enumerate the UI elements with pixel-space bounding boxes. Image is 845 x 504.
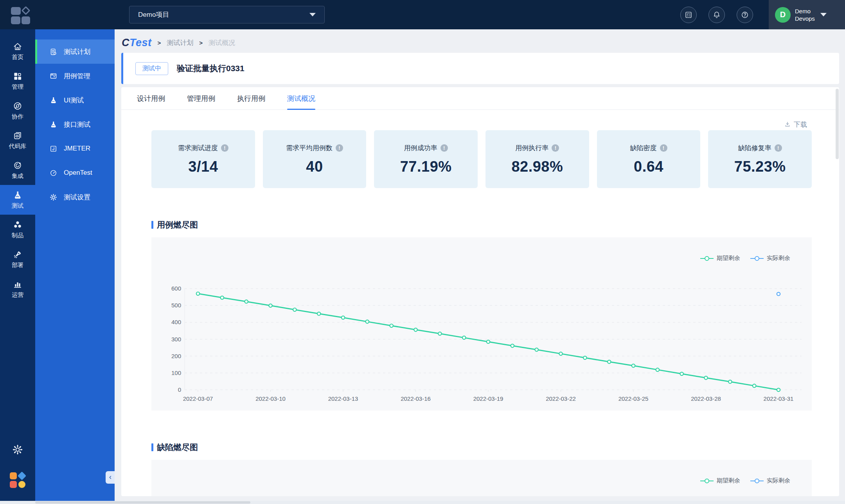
settings-button[interactable]: [0, 444, 35, 456]
status-badge: 测试中: [135, 62, 168, 75]
notifications-button[interactable]: [708, 7, 725, 23]
user-menu[interactable]: D Demo Devops: [769, 0, 845, 29]
rail-item-label: 部署: [12, 262, 23, 269]
sidebar-item-api-test[interactable]: 接口测试: [35, 112, 115, 136]
sidebar-item-opentest[interactable]: OpenTest: [35, 161, 115, 185]
gauge-icon: [49, 169, 58, 177]
legend-label: 实际剩余: [767, 255, 790, 262]
rail-item-label: 管理: [12, 83, 23, 91]
legend-marker: [750, 479, 764, 483]
deploy-icon: [13, 249, 23, 260]
section-case-burndown: 用例燃尽图 01002003004005006002022-03-072022-…: [121, 219, 839, 411]
project-select-value: Demo项目: [138, 10, 169, 19]
user-name: Demo: [795, 7, 815, 15]
help-button[interactable]: [737, 7, 753, 23]
stat-label: 需求平均用例数 !: [286, 143, 343, 152]
legend-item[interactable]: 实际剩余: [750, 477, 790, 484]
gear-icon: [12, 444, 23, 456]
secondary-sidebar: 测试计划 用例管理 UI测试 接口测试 JMETER OpenTest 测试设置: [35, 29, 115, 504]
tab-test-overview[interactable]: 测试概况: [287, 87, 315, 109]
logo-shape: [10, 481, 17, 488]
download-button[interactable]: 下载: [784, 118, 807, 130]
rail-item-integration[interactable]: 集成: [0, 155, 35, 185]
section-defect-burndown: 缺陷燃尽图 期望剩余 实际剩余: [121, 442, 839, 496]
rail-item-label: 测试: [12, 202, 23, 210]
sidebar-collapse-button[interactable]: [106, 471, 115, 484]
stat-value: 75.23%: [734, 158, 786, 175]
svg-text:600: 600: [171, 285, 181, 292]
project-select[interactable]: Demo项目: [129, 6, 325, 23]
info-icon[interactable]: !: [336, 144, 343, 152]
user-meta: Demo Devops: [795, 7, 815, 22]
svg-text:0: 0: [178, 386, 181, 393]
rail-item-label: 首页: [12, 54, 23, 61]
rail-item-test[interactable]: 测试: [0, 185, 35, 215]
sidebar-item-case-management[interactable]: 用例管理: [35, 64, 115, 88]
rail-item-repo[interactable]: 代码库: [0, 126, 35, 155]
sidebar-item-ui-test[interactable]: UI测试: [35, 88, 115, 112]
info-icon[interactable]: !: [660, 144, 667, 152]
plan-title-card: 测试中 验证批量执行0331: [121, 53, 839, 84]
accent-bar: [151, 443, 153, 451]
tab-design-cases[interactable]: 设计用例: [137, 87, 165, 109]
avatar: D: [775, 7, 791, 23]
legend-label: 期望剩余: [717, 255, 740, 262]
ctest-logo[interactable]: CTest: [122, 37, 152, 49]
vertical-scrollbar-thumb[interactable]: [836, 89, 839, 159]
rail-item-ops[interactable]: 运营: [0, 274, 35, 304]
section-title-text: 缺陷燃尽图: [157, 442, 198, 453]
info-icon[interactable]: !: [221, 144, 228, 152]
sidebar-item-jmeter[interactable]: JMETER: [35, 136, 115, 161]
breadcrumb-item-test-plan[interactable]: 测试计划: [167, 38, 193, 47]
toolbar-row: 下载: [121, 110, 839, 130]
legend-marker: [700, 479, 714, 483]
collab-icon: [13, 101, 23, 111]
sidebar-item-test-settings[interactable]: 测试设置: [35, 185, 115, 209]
info-icon[interactable]: !: [775, 144, 782, 152]
apps-logo-icon[interactable]: [10, 472, 25, 488]
legend-item[interactable]: 期望剩余: [700, 477, 740, 484]
stat-label: 需求测试进度 !: [178, 143, 228, 152]
rail-item-home[interactable]: 首页: [0, 36, 35, 66]
topbar: Demo项目 D Demo Devops: [0, 0, 845, 29]
tab-manage-cases[interactable]: 管理用例: [187, 87, 215, 109]
app-body: 首页 管理 协作 代码库 集成 测试 制品 部署 运营: [0, 29, 845, 504]
logo-square: [11, 16, 20, 24]
ops-icon: [13, 279, 23, 289]
burndown-line-chart: 01002003004005006002022-03-072022-03-102…: [151, 237, 813, 411]
repo-icon: [13, 131, 23, 141]
svg-text:300: 300: [171, 336, 181, 343]
caret-down-icon: [820, 13, 827, 16]
horizontal-scrollbar-thumb[interactable]: [35, 501, 250, 504]
rail-item-artifact[interactable]: 制品: [0, 215, 35, 244]
info-icon[interactable]: !: [440, 144, 448, 152]
stat-card: 用例成功率 ! 77.19%: [374, 130, 478, 188]
flask-icon: [49, 120, 58, 129]
user-org: Devops: [795, 15, 815, 22]
rail-item-manage[interactable]: 管理: [0, 66, 35, 96]
ci-icon: [13, 160, 23, 170]
section-title: 缺陷燃尽图: [151, 442, 812, 453]
breadcrumb-separator: >: [158, 39, 161, 46]
legend-item[interactable]: 期望剩余: [700, 255, 740, 262]
board-button[interactable]: [680, 7, 697, 23]
info-icon[interactable]: !: [552, 144, 559, 152]
legend-item[interactable]: 实际剩余: [750, 255, 790, 262]
rail-item-deploy[interactable]: 部署: [0, 244, 35, 274]
stat-value: 40: [306, 158, 323, 175]
bell-icon: [712, 11, 721, 19]
svg-text:2022-03-31: 2022-03-31: [764, 395, 794, 402]
sidebar-item-test-plan[interactable]: 测试计划: [35, 39, 115, 64]
tab-execute-cases[interactable]: 执行用例: [237, 87, 265, 109]
rail-item-collab[interactable]: 协作: [0, 96, 35, 126]
stat-value: 0.64: [634, 158, 663, 175]
primary-nav-rail: 首页 管理 协作 代码库 集成 测试 制品 部署 运营: [0, 29, 35, 504]
app-logo-icon[interactable]: [11, 6, 31, 24]
chevron-left-icon: [108, 475, 113, 480]
legend-marker: [750, 256, 764, 261]
caseWin-icon: [49, 72, 58, 80]
accent-bar: [151, 221, 153, 229]
rail-item-label: 运营: [12, 291, 23, 299]
sidebar-item-label: JMETER: [64, 145, 90, 152]
manage-icon: [13, 71, 23, 81]
